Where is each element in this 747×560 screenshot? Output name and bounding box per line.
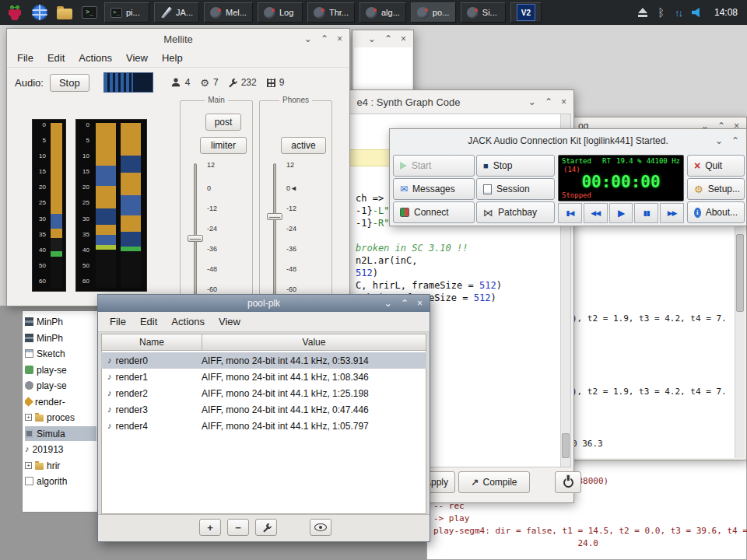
browser-launcher[interactable] [30,2,50,23]
tree-item-simula[interactable]: Simula [25,426,96,441]
audio-meter-widget[interactable] [103,72,153,93]
tools-button[interactable] [255,519,277,536]
view-button[interactable] [310,519,331,536]
taskbar-window-log[interactable]: Log [258,2,303,23]
table-row[interactable]: ♪render3 AIFF, mono 24-bit int 44.1 kHz,… [101,401,426,418]
raspberry-pi-icon [7,5,23,20]
bluetooth-icon[interactable]: ᛒ [658,7,665,18]
taskbar-window-simulation[interactable]: Si... [461,2,506,23]
taskbar-window-algorithm[interactable]: alg... [359,2,406,23]
minimize-icon[interactable]: ⌄ [384,299,392,308]
file-manager-launcher[interactable] [54,2,75,23]
shade-icon[interactable]: ⌃ [545,97,552,107]
start-button[interactable]: Start [393,155,475,177]
forward-button[interactable]: ▶▶ [660,203,684,223]
audio-stop-button[interactable]: Stop [50,74,89,92]
scrollbar-thumb[interactable] [736,234,744,312]
pause-button[interactable]: ▮▮ [634,203,658,223]
minimize-icon[interactable]: ⌄ [715,136,723,145]
minimize-icon[interactable]: ⌄ [368,34,376,44]
terminal-icon: >_ [110,8,122,18]
table-row[interactable]: ♪render1 AIFF, mono 24-bit int 44.1 kHz,… [101,369,426,385]
connect-button[interactable]: Connect [393,201,475,223]
stop-button[interactable]: ■Stop [476,155,555,177]
tree-item-proces[interactable]: +proces [25,410,96,425]
power-icon [563,478,573,488]
titlebar[interactable]: ⌄ ⌃ × [352,30,413,47]
taskbar-window-mellite[interactable]: Mel... [204,2,253,23]
tree-item-play-se2[interactable]: play-se [25,378,96,393]
menu-edit[interactable]: Edit [40,50,72,66]
app-menu-button[interactable] [5,2,25,23]
taskbar-window-terminal[interactable]: >_pi... [104,2,149,23]
menu-help[interactable]: Help [155,50,190,66]
rewind-button[interactable]: ◀◀ [584,203,608,223]
close-icon[interactable]: × [561,97,566,107]
taskbar-window-threshold[interactable]: Thr... [307,2,355,23]
window-controls: ⌄ ⌃ × [384,299,423,308]
skip-back-button[interactable]: ▮◀ [558,203,582,223]
shade-icon[interactable]: ⌃ [321,34,328,44]
taskbar-window-jack[interactable]: JA... [154,2,199,23]
patchbay-button[interactable]: ⋈Patchbay [476,201,555,223]
quit-button[interactable]: ×Quit [687,155,745,177]
power-button[interactable] [555,471,581,493]
titlebar[interactable]: Mellite ⌄ ⌃ × [7,29,349,49]
about-button[interactable]: iAbout... [687,201,745,223]
menu-file[interactable]: File [10,50,40,66]
post-button[interactable]: post [205,114,241,131]
volume-slider-handle[interactable] [188,235,203,242]
tree-item-sketch[interactable]: Sketch [25,346,96,361]
close-icon[interactable]: × [401,34,406,44]
eject-icon[interactable] [637,8,648,17]
menu-file[interactable]: File [103,313,133,330]
tree-item-minph[interactable]: MinPh [25,314,96,329]
network-monitor-icon[interactable]: ↑↓ [675,7,682,19]
close-icon[interactable]: × [417,299,423,308]
table-row[interactable]: ♪render4 AIFF, mono 24-bit int 44.1 kHz,… [101,418,426,434]
scrollbar-thumb[interactable] [562,433,570,458]
tree-item-minph2[interactable]: MinPh [25,331,96,345]
menu-edit[interactable]: Edit [133,313,164,330]
shade-icon[interactable]: ⌃ [401,299,409,308]
tree-item-201913[interactable]: ♪201913 [25,442,96,457]
table-row[interactable]: ♪render0 AIFF, mono 24-bit int 44.1 kHz,… [101,352,426,369]
setup-button[interactable]: ⚙Setup... [687,178,745,200]
messages-button[interactable]: ✉Messages [393,178,475,200]
taskbar-vnc-button[interactable]: V2 [510,2,542,23]
limiter-button[interactable]: limiter [200,137,247,154]
menu-actions[interactable]: Actions [164,313,212,330]
taskbar-window-pool[interactable]: po... [411,2,456,23]
cell-value: AIFF, mono 24-bit int 44.1 kHz, 1:08.346 [202,372,369,383]
minimize-icon[interactable]: ⌄ [304,34,312,44]
tree-item-hrir[interactable]: +hrir [25,458,96,473]
tree-item-play-se[interactable]: play-se [25,362,96,377]
phones-slider-handle[interactable] [267,213,282,220]
workspace-tree[interactable]: MinPh MinPh Sketch play-se play-se rende… [22,310,98,513]
compile-button[interactable]: ↗Compile [458,471,530,493]
remove-button[interactable]: − [227,519,249,536]
menu-view[interactable]: View [119,50,155,66]
close-icon[interactable]: × [337,34,342,44]
column-header-name[interactable]: Name [102,334,202,350]
gear-count: 7 [213,77,219,88]
shade-icon[interactable]: ⌃ [731,136,739,145]
expand-icon[interactable]: + [25,414,32,421]
volume-icon[interactable] [692,8,704,18]
phones-active-button[interactable]: active [281,137,326,154]
menu-actions[interactable]: Actions [72,50,119,66]
tree-item-algorithm[interactable]: algorith [25,474,96,488]
table-row[interactable]: ♪render2 AIFF, mono 24-bit int 44.1 kHz,… [101,385,426,401]
minimize-icon[interactable]: ⌄ [528,97,536,107]
titlebar[interactable]: JACK Audio Connection Kit [logilink441] … [390,129,746,152]
session-button[interactable]: Session [476,178,555,200]
terminal-launcher[interactable]: >_ [79,2,100,23]
menu-view[interactable]: View [212,313,247,330]
expand-icon[interactable]: + [25,462,32,469]
minus-icon: − [235,522,241,534]
shade-icon[interactable]: ⌃ [384,34,392,44]
play-button[interactable]: ▶ [609,203,633,223]
column-header-value[interactable]: Value [202,334,426,350]
titlebar[interactable]: pool-plk ⌄ ⌃ × [98,295,430,312]
add-button[interactable]: + [199,519,221,536]
